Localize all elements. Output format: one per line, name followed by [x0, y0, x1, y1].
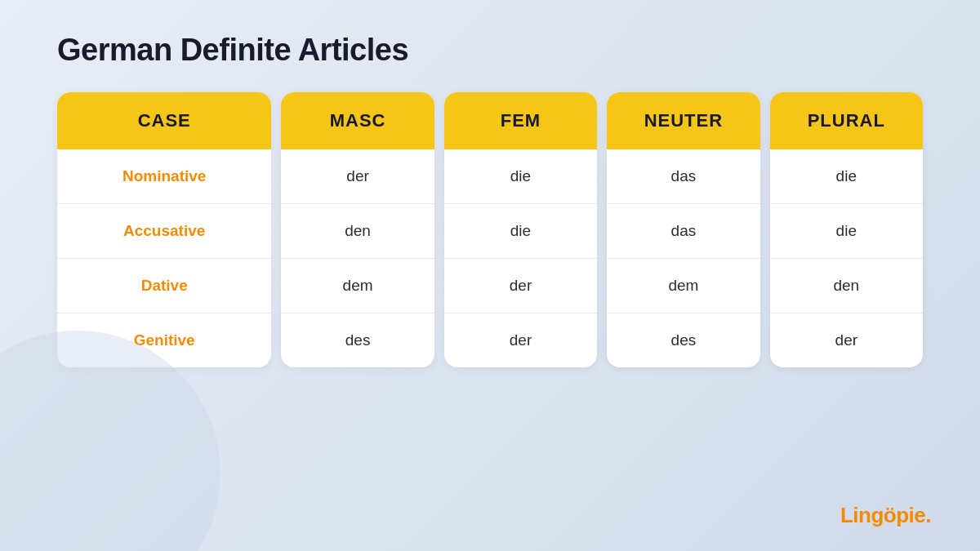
header-masc: MASC	[330, 110, 386, 131]
cell-neuter-2: dem	[607, 259, 760, 313]
cell-neuter-0: das	[607, 149, 760, 204]
cell-masc-1: den	[281, 204, 434, 259]
cell-fem-2: der	[444, 259, 597, 313]
cell-masc-2: dem	[281, 259, 434, 313]
cell-fem-3: der	[444, 313, 597, 367]
cell-case-2: Dative	[57, 259, 271, 313]
cell-case-0: Nominative	[57, 149, 271, 204]
column-plural: PLURALdiediedender	[770, 92, 923, 367]
column-masc: MASCderdendemdes	[281, 92, 434, 367]
cell-masc-3: des	[281, 313, 434, 367]
cell-plural-2: den	[770, 259, 923, 313]
header-fem: FEM	[501, 110, 541, 131]
cell-neuter-3: des	[607, 313, 760, 367]
cell-fem-0: die	[444, 149, 597, 204]
cell-neuter-1: das	[607, 204, 760, 259]
header-plural: PLURAL	[808, 110, 885, 131]
column-case: CASENominativeAccusativeDativeGenitive	[57, 92, 271, 367]
cell-masc-0: der	[281, 149, 434, 204]
cell-plural-1: die	[770, 204, 923, 259]
cell-plural-0: die	[770, 149, 923, 204]
cell-case-1: Accusative	[57, 204, 271, 259]
header-neuter: NEUTER	[644, 110, 723, 131]
column-fem: FEMdiediederder	[444, 92, 597, 367]
page-title: German Definite Articles	[57, 33, 408, 68]
articles-table: CASENominativeAccusativeDativeGenitiveMA…	[57, 92, 923, 367]
cell-case-3: Genitive	[57, 313, 271, 367]
cell-fem-1: die	[444, 204, 597, 259]
header-case: CASE	[138, 110, 191, 131]
branding-logo: Lingöpie.	[840, 503, 931, 528]
column-neuter: NEUTERdasdasdemdes	[607, 92, 760, 367]
cell-plural-3: der	[770, 313, 923, 367]
